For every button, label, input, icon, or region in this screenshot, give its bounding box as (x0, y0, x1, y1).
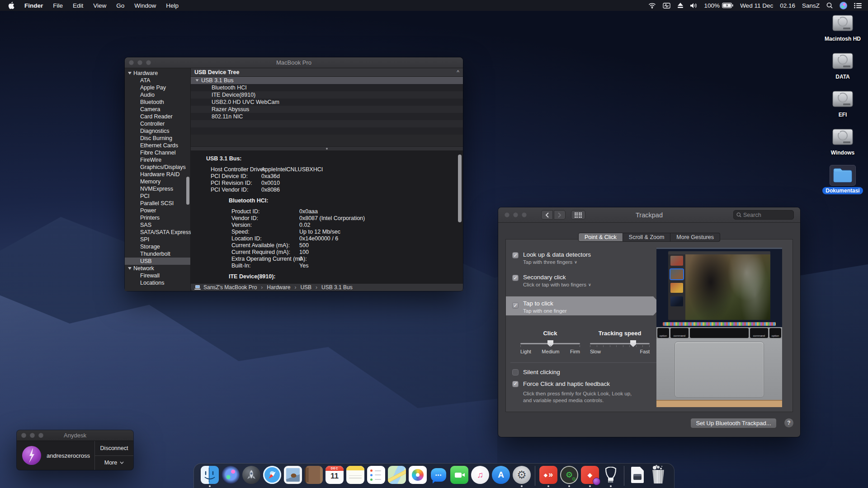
sidebar-item-firewire[interactable]: FireWire (125, 156, 190, 164)
anydesk-titlebar[interactable]: Anydesk (17, 430, 133, 441)
option-sublabel[interactable]: Tap with three fingers ∨ (523, 259, 591, 265)
volume-icon[interactable] (690, 3, 698, 9)
set-up-bluetooth-trackpad-button[interactable]: Set Up Bluetooth Trackpad... (690, 418, 777, 428)
apple-menu-icon[interactable] (8, 2, 14, 9)
dock-system-preferences[interactable]: ⚙ (513, 466, 531, 488)
sidebar-group-network[interactable]: Network (125, 265, 190, 272)
sidebar-item-ethernet-cards[interactable]: Ethernet Cards (125, 142, 190, 149)
show-all-preferences-button[interactable] (571, 210, 585, 220)
dock-gears-utility[interactable]: ⚙ ⚙ (560, 466, 578, 488)
menu-user[interactable]: SansZ (802, 2, 820, 9)
tracking-speed-slider[interactable] (590, 343, 650, 344)
desktop-icon-efi[interactable]: EFI (821, 89, 864, 118)
dock-notes[interactable] (346, 466, 364, 488)
tree-row-razer-abyssus[interactable]: Razer Abyssus (191, 106, 463, 113)
sidebar-item-power[interactable]: Power (125, 207, 190, 214)
breadcrumb-usb[interactable]: USB (300, 284, 311, 291)
sidebar-item-card-reader[interactable]: Card Reader (125, 113, 190, 120)
sidebar-item-diagnostics[interactable]: Diagnostics (125, 127, 190, 135)
checkbox-unchecked[interactable] (512, 369, 519, 375)
option-silent-clicking[interactable]: Silent clicking (512, 369, 560, 375)
sidebar-item-controller[interactable]: Controller (125, 120, 190, 127)
dock-maps[interactable] (388, 466, 406, 488)
sidebar-item-bluetooth[interactable]: Bluetooth (125, 99, 190, 106)
sidebar-item-printers[interactable]: Printers (125, 214, 190, 221)
tree-row-webcam[interactable]: USB2.0 HD UVC WebCam (191, 99, 463, 106)
sidebar-item-fibre-channel[interactable]: Fibre Channel (125, 149, 190, 156)
dock-reminders[interactable] (367, 466, 385, 488)
breadcrumb-usb-bus[interactable]: USB 3.1 Bus (321, 284, 353, 291)
dock-messages[interactable]: ••• (429, 466, 448, 488)
notification-center-icon[interactable] (854, 3, 862, 9)
sidebar-item-storage[interactable]: Storage (125, 243, 190, 250)
desktop-icon-dokumentasi-selected[interactable]: Dokumentasi (821, 165, 864, 194)
menu-item-window[interactable]: Window (134, 2, 156, 9)
tree-row-usb-bus[interactable]: USB 3.1 Bus (191, 77, 463, 84)
option-lookup-data-detectors[interactable]: ✓ Look up & data detectors Tap with thre… (512, 251, 591, 265)
battery-status[interactable]: 100% (704, 2, 734, 9)
sidebar-item-pci[interactable]: PCI (125, 192, 190, 200)
tab-point-and-click[interactable]: Point & Click (578, 233, 623, 242)
desktop-icon-windows[interactable]: Windows (821, 127, 864, 156)
sysinfo-titlebar[interactable]: MacBook Pro (125, 57, 463, 68)
desktop-icon-data[interactable]: DATA (821, 52, 864, 80)
dock-calendar[interactable]: DEC 11 (326, 466, 344, 488)
option-force-click[interactable]: ✓ Force Click and haptic feedback (512, 380, 610, 387)
menu-item-file[interactable]: File (53, 2, 63, 9)
wifi-icon[interactable] (648, 3, 656, 9)
pane-splitter[interactable] (191, 146, 463, 151)
sidebar-item-audio[interactable]: Audio (125, 91, 190, 99)
spotlight-search-icon[interactable] (826, 2, 833, 9)
forward-button[interactable] (554, 210, 566, 220)
tree-row-bluetooth-hci[interactable]: Bluetooth HCI (191, 84, 463, 91)
collapse-chevron-icon[interactable]: ^ (457, 69, 459, 75)
menu-item-help[interactable]: Help (166, 2, 179, 9)
trackpad-titlebar[interactable]: Trackpad (498, 207, 800, 223)
sidebar-item-spi[interactable]: SPI (125, 236, 190, 243)
trackpad-demo-video[interactable]: option command command option (656, 248, 782, 407)
menu-item-edit[interactable]: Edit (73, 2, 83, 9)
option-secondary-click[interactable]: ✓ Secondary click Click or tap with two … (512, 274, 591, 287)
tab-scroll-and-zoom[interactable]: Scroll & Zoom (623, 233, 671, 242)
menu-date[interactable]: Wed 11 Dec (740, 2, 773, 9)
tab-more-gestures[interactable]: More Gestures (670, 233, 720, 242)
sidebar-item-disc-burning[interactable]: Disc Burning (125, 135, 190, 142)
sidebar-scrollbar-thumb[interactable] (186, 177, 189, 205)
dock-anydesk[interactable]: ◆» (539, 466, 557, 488)
option-tap-to-click-highlighted[interactable]: ✓ Tap to click Tap with one finger (506, 296, 662, 315)
dock-siri[interactable] (222, 466, 240, 488)
dock-photos[interactable] (409, 466, 427, 488)
sidebar-item-graphics-displays[interactable]: Graphics/Displays (125, 164, 190, 171)
desktop-icon-macintosh-hd[interactable]: Macintosh HD (821, 14, 864, 42)
menu-item-view[interactable]: View (93, 2, 106, 9)
sidebar-item-firewall[interactable]: Firewall (125, 272, 190, 279)
more-dropdown[interactable]: More (95, 456, 133, 470)
dock-document[interactable] (628, 466, 646, 488)
breadcrumb-hardware[interactable]: Hardware (267, 284, 290, 291)
menu-item-finder[interactable]: Finder (24, 2, 43, 9)
dock-itunes[interactable]: ♫ (471, 466, 489, 488)
tree-row-nic[interactable]: 802.11n NIC (191, 113, 463, 120)
dock-mail[interactable] (284, 466, 302, 488)
tree-row-ite-device[interactable]: ITE Device(8910) (191, 91, 463, 99)
detail-scrollbar-thumb[interactable] (458, 155, 462, 222)
sidebar-item-locations[interactable]: Locations (125, 279, 190, 286)
search-input[interactable] (743, 212, 788, 218)
checkbox-checked[interactable]: ✓ (512, 381, 519, 387)
sidebar-item-ata[interactable]: ATA (125, 77, 190, 84)
menu-time[interactable]: 02.16 (780, 2, 795, 9)
sidebar-item-sas[interactable]: SAS (125, 221, 190, 229)
sidebar-item-thunderbolt[interactable]: Thunderbolt (125, 250, 190, 258)
sidebar-item-memory[interactable]: Memory (125, 178, 190, 185)
sidebar-item-nvmexpress[interactable]: NVMExpress (125, 185, 190, 192)
breadcrumb-machine[interactable]: SansZ's MacBook Pro (203, 284, 257, 291)
click-slider[interactable] (520, 343, 580, 344)
dock-safari[interactable] (263, 466, 281, 488)
dock-hackintool[interactable] (602, 466, 620, 488)
sidebar-item-apple-pay[interactable]: Apple Pay (125, 84, 190, 91)
activity-monitor-icon[interactable] (663, 3, 670, 9)
dock-anydesk-session[interactable]: ◆ (581, 466, 599, 488)
checkbox-checked[interactable]: ✓ (512, 252, 519, 258)
eject-icon[interactable] (677, 3, 684, 8)
back-button[interactable] (541, 210, 553, 220)
